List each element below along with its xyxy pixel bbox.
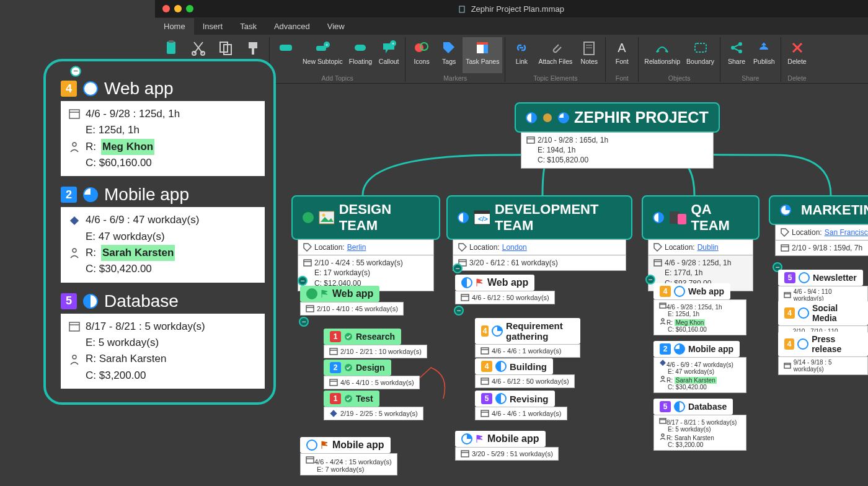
progress-icon <box>653 212 664 223</box>
flag-icon <box>476 278 484 287</box>
collapse-handle[interactable]: − <box>453 263 463 273</box>
tab-advanced[interactable]: Advanced <box>265 18 319 35</box>
svg-rect-88 <box>69 322 79 331</box>
design-team-info: Location: Berlin <box>298 239 434 255</box>
tab-insert[interactable]: Insert <box>194 18 232 35</box>
ribbon-group: LinkAttach FilesNotesTopic Elements <box>505 37 606 82</box>
location-link[interactable]: Dublin <box>698 242 719 252</box>
new-subtopic-button[interactable]: +New Subtopic <box>299 37 346 73</box>
icons-button[interactable]: Icons <box>408 37 435 73</box>
design-webapp-node[interactable]: Web app 2/10 - 4/10 : 45 workday(s) − <box>300 286 404 316</box>
root-node[interactable]: ZEPHIR PROJECT 2/10 - 9/28 : 165d, 1h E:… <box>515 102 720 169</box>
svg-rect-42 <box>330 379 337 386</box>
mkt-press-node[interactable]: 4Press release 9/14 - 9/18 : 5 workday(s… <box>778 332 868 375</box>
calendar-icon <box>526 136 535 144</box>
svg-rect-21 <box>584 42 594 55</box>
progress-icon <box>492 325 503 337</box>
dev-mobile-node[interactable]: Mobile app 3/20 - 5/29 : 51 workday(s) <box>455 431 559 461</box>
svg-rect-7 <box>249 42 257 48</box>
qa-mobile-node[interactable]: 2Mobile app 4/6 - 6/9 : 47 workday(s) E:… <box>653 341 746 393</box>
collapse-handle[interactable]: − <box>454 306 464 316</box>
dev-team-node[interactable]: </> DEVELOPMENT TEAM Location: London 3/… <box>446 195 632 271</box>
dev-team-header[interactable]: </> DEVELOPMENT TEAM <box>446 195 632 240</box>
attach-files-button[interactable]: Attach Files <box>535 37 575 73</box>
root-title[interactable]: ZEPHIR PROJECT <box>515 102 720 133</box>
svg-rect-36 <box>306 306 314 312</box>
dev-req-node[interactable]: 4Requirement gathering 4/6 - 4/6 : 1 wor… <box>475 318 580 358</box>
milestone-icon <box>329 409 338 418</box>
qa-web-node[interactable]: 4Web app 4/6 - 9/28 : 125d, 1h E: 125d, … <box>653 283 746 335</box>
location-link[interactable]: San Francisco <box>825 228 868 237</box>
zoom-webapp[interactable]: 4 Web app 4/6 - 9/28 : 125d, 1h E: 125d,… <box>61 79 265 176</box>
collapse-handle[interactable]: − <box>299 317 309 327</box>
qa-db-node[interactable]: 5Database 8/17 - 8/21 : 5 workday(s) E: … <box>653 399 746 451</box>
svg-rect-8 <box>252 48 254 55</box>
priority-4-badge: 4 <box>784 307 795 319</box>
svg-rect-86 <box>70 216 79 224</box>
person-icon <box>659 375 666 382</box>
dev-revise-node[interactable]: 5Revising 4/6 - 4/6 : 1 workday(s) <box>475 391 567 420</box>
delete-button[interactable]: Delete <box>784 37 811 73</box>
calendar-icon <box>480 409 489 418</box>
relationship-button[interactable]: Relationship <box>641 37 683 73</box>
milestone-icon <box>659 360 666 367</box>
location-link[interactable]: Berlin <box>347 242 366 252</box>
zoom-panel[interactable]: − 4 Web app 4/6 - 9/28 : 125d, 1h E: 125… <box>43 59 276 405</box>
document-icon <box>459 6 466 13</box>
publish-button[interactable]: Publish <box>750 37 777 73</box>
tag-icon <box>458 243 467 252</box>
tab-home[interactable]: Home <box>155 18 194 35</box>
link-button[interactable]: Link <box>508 37 535 73</box>
svg-rect-13 <box>355 45 366 51</box>
qa-team-node[interactable]: QA TEAM Location: Dublin 4/6 - 9/28 : 12… <box>642 195 760 291</box>
task-panes-button[interactable]: Task Panes <box>463 37 502 73</box>
font-button[interactable]: AFont <box>608 37 636 73</box>
progress-done-icon <box>306 288 317 299</box>
notes-icon <box>580 38 598 57</box>
design-team-header[interactable]: DESIGN TEAM <box>291 195 440 240</box>
ribbon-label: Floating <box>349 58 372 72</box>
boundary-button[interactable]: Boundary <box>683 37 717 73</box>
location-link[interactable]: London <box>502 242 527 252</box>
tags-button[interactable]: Tags <box>435 37 463 73</box>
svg-rect-34 <box>304 260 311 266</box>
design-test-node[interactable]: 1Test 2/19 - 2/25 : 5 workday(s) <box>324 391 423 420</box>
progress-icon <box>458 212 469 223</box>
calendar-icon <box>306 304 314 313</box>
priority-4-badge: 4 <box>784 338 794 350</box>
flag-icon <box>321 289 329 298</box>
ribbon-group-label: Font <box>616 74 629 82</box>
design-team-node[interactable]: DESIGN TEAM Location: Berlin 2/10 - 4/24… <box>291 195 440 291</box>
svg-text:A: A <box>618 41 627 55</box>
task-panes-icon <box>473 38 492 57</box>
progress-icon <box>83 187 98 202</box>
progress-icon <box>797 338 808 350</box>
tab-view[interactable]: View <box>319 18 353 35</box>
dev-build-node[interactable]: 4Building 4/6 - 6/12 : 50 workday(s) <box>475 358 575 388</box>
calendar-icon <box>461 293 469 302</box>
mkt-team-header[interactable]: MARKETING <box>769 195 868 225</box>
tab-task[interactable]: Task <box>231 18 265 35</box>
design-design-node[interactable]: 2Design 4/6 - 4/10 : 5 workday(s) <box>324 360 420 389</box>
svg-point-87 <box>73 249 76 252</box>
svg-point-74 <box>662 434 664 436</box>
floating-button[interactable]: Floating <box>346 37 375 73</box>
share-button[interactable]: Share <box>723 37 750 73</box>
mkt-team-node[interactable]: MARKETING Location: San Francisco 2/10 -… <box>769 195 868 256</box>
dev-webapp-node[interactable]: Web app 4/6 - 6/12 : 50 workday(s) − <box>455 275 555 304</box>
svg-rect-59 <box>481 410 489 417</box>
design-mobile-node[interactable]: Mobile app 4/6 - 4/24 : 15 workday(s)E: … <box>300 437 397 475</box>
zoom-mobile[interactable]: 2 Mobile app 4/6 - 6/9 : 47 workday(s) E… <box>61 185 265 282</box>
design-research-node[interactable]: 1Research 2/10 - 2/21 : 10 workday(s) <box>324 329 427 358</box>
qa-team-header[interactable]: QA TEAM <box>642 195 760 240</box>
callout-icon: + <box>379 38 398 57</box>
ribbon-label: Icons <box>414 58 430 72</box>
callout-button[interactable]: +Callout <box>375 37 402 73</box>
notes-button[interactable]: Notes <box>575 37 603 73</box>
collapse-handle[interactable]: − <box>70 66 81 77</box>
topic-button[interactable] <box>272 37 299 73</box>
mkt-news-node[interactable]: 5Newsletter 4/6 - 9/4 : 110 workday(s) <box>778 270 868 304</box>
ribbon-group-label: Add Topics <box>321 74 353 82</box>
collapse-handle[interactable]: − <box>298 276 308 286</box>
zoom-database[interactable]: 5 Database 8/17 - 8/21 : 5 workday(s) E:… <box>61 291 265 389</box>
